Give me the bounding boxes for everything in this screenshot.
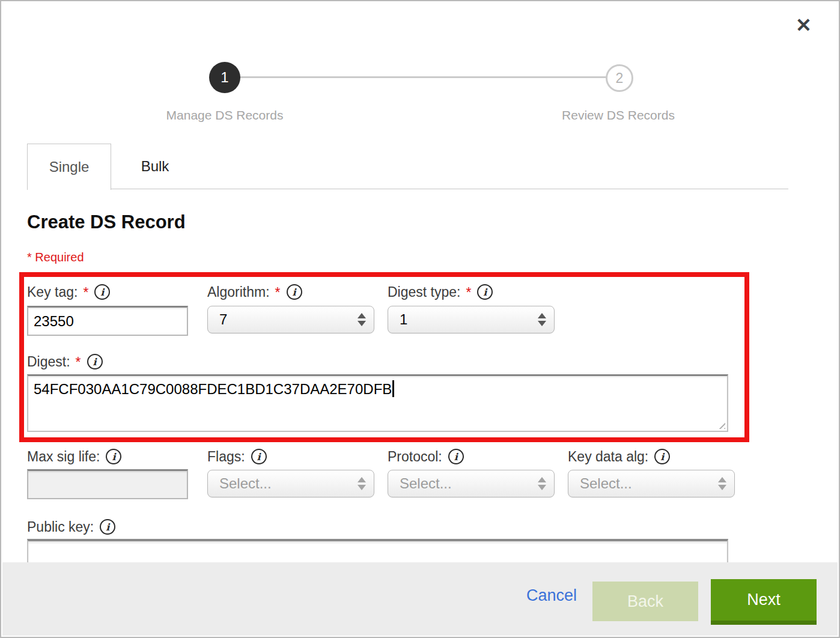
max-sig-life-info-icon[interactable]: i [106,449,121,464]
key-data-alg-label: Key data alg: i [568,447,670,466]
required-asterisk: * [27,251,32,264]
select-spinner-icon [358,477,366,490]
digest-label-text: Digest: [27,354,70,370]
key-tag-label-text: Key tag: [27,284,78,300]
tab-bottom-border [27,189,788,189]
step-2-number: 2 [616,70,624,87]
protocol-info-icon[interactable]: i [448,449,464,464]
resize-handle-icon[interactable] [716,420,725,429]
key-tag-info-icon[interactable]: i [94,284,110,300]
step-2-indicator: 2 [606,64,633,92]
flags-info-icon[interactable]: i [251,449,267,464]
flags-label: Flags: i [207,447,267,466]
key-data-alg-info-icon[interactable]: i [654,449,670,464]
step-2-label: Review DS Records [522,108,714,123]
algorithm-label-text: Algorithm: [207,284,270,300]
select-spinner-icon [358,313,366,326]
digest-textarea[interactable]: 54FCF030AA1C79C0088FDEC1BD1C37DAA2E70DFB [27,374,728,432]
digest-type-select[interactable]: 1 [388,306,555,333]
key-tag-required-asterisk: * [83,285,88,301]
text-caret [392,380,394,397]
tab-single-label: Single [49,159,90,175]
next-button[interactable]: Next [711,579,817,625]
tab-single[interactable]: Single [27,144,111,190]
key-data-alg-select-value: Select... [580,475,632,492]
digest-label: Digest: * i [27,352,103,371]
algorithm-info-icon[interactable]: i [287,284,302,300]
public-key-textarea[interactable] [27,539,728,564]
digest-required-asterisk: * [76,354,81,371]
back-button[interactable]: Back [592,582,698,621]
algorithm-label: Algorithm: * i [207,282,302,302]
select-spinner-icon [538,313,546,326]
algorithm-select[interactable]: 7 [207,306,374,333]
page-title: Create DS Record [27,211,186,233]
tab-bulk[interactable]: Bulk [112,144,198,189]
flags-label-text: Flags: [207,449,245,465]
flags-select[interactable]: Select... [207,470,374,497]
modal-footer: Cancel Back Next [2,562,838,636]
step-1-indicator: 1 [209,62,240,93]
key-tag-input[interactable] [27,306,188,336]
select-spinner-icon [538,477,546,490]
digest-type-select-value: 1 [400,311,407,328]
public-key-info-icon[interactable]: i [100,519,115,535]
max-sig-life-input[interactable] [27,469,188,499]
max-sig-life-label: Max sig life: i [27,447,121,466]
key-data-alg-select[interactable]: Select... [568,470,735,497]
digest-type-label: Digest type: * i [388,282,493,302]
key-data-alg-label-text: Key data alg: [568,449,648,465]
digest-value: 54FCF030AA1C79C0088FDEC1BD1C37DAA2E70DFB [34,381,392,397]
digest-type-label-text: Digest type: [388,284,460,300]
protocol-label: Protocol: i [388,447,464,466]
protocol-select[interactable]: Select... [388,470,555,497]
public-key-label-text: Public key: [27,519,94,535]
required-text: Required [35,251,84,264]
public-key-label: Public key: i [27,517,115,536]
cancel-button[interactable]: Cancel [526,586,577,605]
algorithm-select-value: 7 [219,311,227,328]
step-1-number: 1 [221,69,228,86]
required-note: * Required [27,251,84,264]
key-tag-label: Key tag: * i [27,282,110,302]
protocol-label-text: Protocol: [388,449,442,465]
max-sig-life-label-text: Max sig life: [27,449,100,465]
tab-bulk-label: Bulk [141,158,169,175]
digest-type-required-asterisk: * [466,285,471,301]
stepper-connector-line [239,76,607,78]
algorithm-required-asterisk: * [275,285,281,301]
protocol-select-value: Select... [400,475,452,492]
create-ds-record-modal: ✕ 1 2 Manage DS Records Review DS Record… [0,0,840,638]
flags-select-value: Select... [219,475,272,492]
select-spinner-icon [718,477,726,490]
digest-type-info-icon[interactable]: i [477,284,493,300]
digest-info-icon[interactable]: i [87,354,103,369]
close-icon[interactable]: ✕ [796,16,812,35]
step-1-label: Manage DS Records [129,108,321,123]
